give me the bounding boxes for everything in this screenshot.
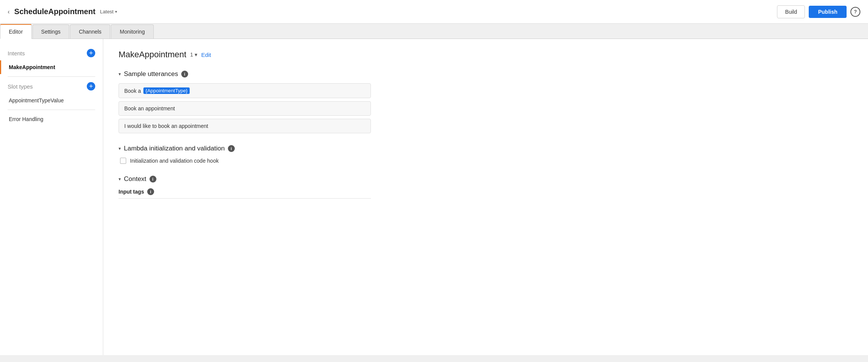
help-icon[interactable]: ? xyxy=(850,7,860,17)
context-section: ▾ Context i Input tags i xyxy=(119,175,853,199)
sample-utterances-title: Sample utterances xyxy=(124,70,178,78)
back-arrow[interactable]: ‹ xyxy=(8,8,10,15)
publish-button[interactable]: Publish xyxy=(809,6,847,18)
sidebar-slot-types-label: Slot types xyxy=(8,83,33,90)
lambda-checkbox-row: Initialization and validation code hook xyxy=(120,158,853,164)
sidebar-slot-types-header: Slot types + xyxy=(0,79,103,94)
sidebar-divider-2 xyxy=(8,110,95,110)
intent-count-chevron-icon: ▾ xyxy=(195,52,197,58)
top-bar: ‹ ScheduleAppointment Latest ▾ Build Pub… xyxy=(0,0,868,24)
lambda-section: ▾ Lambda initialization and validation i… xyxy=(119,145,853,164)
edit-link[interactable]: Edit xyxy=(201,52,211,58)
input-tags-header: Input tags i xyxy=(119,188,853,195)
lambda-title: Lambda initialization and validation xyxy=(124,145,225,152)
add-intent-button[interactable]: + xyxy=(87,49,95,57)
sample-utterances-header[interactable]: ▾ Sample utterances i xyxy=(119,70,853,78)
input-tags-info-icon[interactable]: i xyxy=(147,188,154,195)
sidebar-item-appointment-type-value[interactable]: AppointmentTypeValue xyxy=(0,94,103,107)
tabs-bar: Editor Settings Channels Monitoring xyxy=(0,24,868,39)
intent-title: MakeAppointment xyxy=(119,50,186,60)
sidebar-item-error-handling[interactable]: Error Handling xyxy=(0,112,103,126)
lambda-collapse-icon: ▾ xyxy=(119,146,121,151)
sample-utterances-section: ▾ Sample utterances i Book a {Appointmen… xyxy=(119,70,853,133)
build-button[interactable]: Build xyxy=(777,5,805,18)
tab-editor[interactable]: Editor xyxy=(0,24,32,39)
utterance-item-1[interactable]: Book a {AppointmentType} xyxy=(119,83,371,98)
lambda-checkbox[interactable] xyxy=(120,158,126,164)
sidebar: Intents + MakeAppointment Slot types + A… xyxy=(0,39,103,355)
context-info-icon[interactable]: i xyxy=(150,176,156,183)
version-badge[interactable]: Latest ▾ xyxy=(100,9,117,15)
utterance-item-2[interactable] xyxy=(119,101,371,116)
context-header[interactable]: ▾ Context i xyxy=(119,175,853,183)
sidebar-divider-1 xyxy=(8,76,95,77)
content-area: MakeAppointment 1 ▾ Edit ▾ Sample uttera… xyxy=(103,39,868,355)
lambda-header[interactable]: ▾ Lambda initialization and validation i xyxy=(119,145,853,152)
utterance-item-3[interactable] xyxy=(119,119,371,133)
tab-monitoring[interactable]: Monitoring xyxy=(111,24,153,39)
sidebar-intents-header: Intents + xyxy=(0,46,103,60)
utterances-collapse-icon: ▾ xyxy=(119,71,121,77)
sidebar-item-make-appointment[interactable]: MakeAppointment xyxy=(0,60,103,74)
add-slot-type-button[interactable]: + xyxy=(87,82,95,90)
intent-header: MakeAppointment 1 ▾ Edit xyxy=(119,50,853,60)
app-title: ScheduleAppointment xyxy=(14,7,95,16)
top-bar-right: Build Publish ? xyxy=(777,5,860,18)
lambda-info-icon[interactable]: i xyxy=(228,145,235,152)
tab-settings[interactable]: Settings xyxy=(33,24,70,39)
utterance-1-prefix: Book a xyxy=(124,88,141,94)
context-title: Context xyxy=(124,175,146,183)
utterance-1-slot-tag[interactable]: {AppointmentType} xyxy=(143,87,190,94)
intent-count: 1 xyxy=(190,52,193,58)
main-layout: Intents + MakeAppointment Slot types + A… xyxy=(0,39,868,355)
utterances-info-icon[interactable]: i xyxy=(181,71,188,78)
input-tags-title: Input tags xyxy=(119,189,144,195)
tab-channels[interactable]: Channels xyxy=(70,24,110,39)
lambda-checkbox-label: Initialization and validation code hook xyxy=(130,158,219,164)
context-collapse-icon: ▾ xyxy=(119,176,121,182)
top-bar-left: ‹ ScheduleAppointment Latest ▾ xyxy=(8,7,117,16)
sidebar-intents-label: Intents xyxy=(8,50,25,57)
version-chevron-icon: ▾ xyxy=(115,10,117,14)
version-label: Latest xyxy=(100,9,114,15)
intent-count-badge[interactable]: 1 ▾ xyxy=(190,52,197,58)
input-tags-divider xyxy=(119,198,371,199)
